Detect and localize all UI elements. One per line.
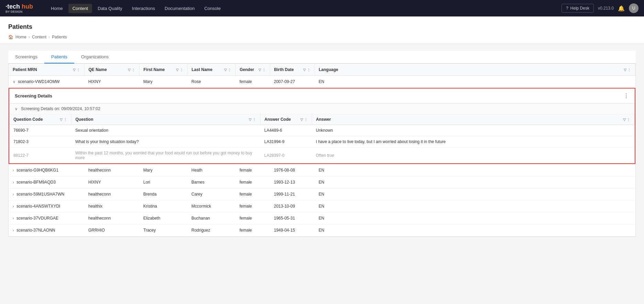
table-row[interactable]: › scenario-BFM9AQD3 HIXNY Lori Barnes fe… xyxy=(9,176,635,188)
version-label: v0.213.0 xyxy=(598,6,614,11)
filter-icon-gender[interactable]: ▽ xyxy=(258,68,261,72)
breadcrumb-current: Patients xyxy=(52,35,67,39)
filter-icon-mrn[interactable]: ▽ xyxy=(73,68,76,72)
gender-cell: female xyxy=(235,200,270,212)
screening-menu-button[interactable]: ⋮ xyxy=(623,93,629,99)
expand-icon[interactable]: › xyxy=(13,204,14,208)
language-cell: EN xyxy=(314,212,635,224)
more-icon-answer[interactable]: ⋮ xyxy=(627,118,630,121)
gender-cell: female xyxy=(235,176,270,188)
question-icon: ? xyxy=(566,6,568,11)
user-avatar[interactable]: U xyxy=(629,3,639,13)
more-icon-mrn[interactable]: ⋮ xyxy=(77,68,80,72)
col-qe-name: QE Name ▽ ⋮ xyxy=(84,64,139,76)
table-row[interactable]: ∨ scenario-VWD14OMW HIXNY Mary Rose fema… xyxy=(9,76,635,88)
breadcrumb-home[interactable]: Home xyxy=(15,35,26,39)
question-cell: Sexual orientation xyxy=(71,125,260,136)
col-answer-code: Answer Code ▽ ⋮ xyxy=(260,114,312,125)
filter-icon-birth[interactable]: ▽ xyxy=(303,68,306,72)
birth-date-cell: 1993-12-13 xyxy=(270,176,314,188)
more-icon-qcode[interactable]: ⋮ xyxy=(64,118,67,121)
breadcrumb-sep-2: › xyxy=(48,35,50,39)
col-gender: Gender ▽ ⋮ xyxy=(235,64,270,76)
collapse-icon[interactable]: ∨ xyxy=(13,80,15,84)
screening-date-label: Screening Details on: 09/09/2024, 10:57:… xyxy=(21,106,100,111)
content-area: Screenings Patients Organizations Patien… xyxy=(0,44,644,244)
more-icon-acode[interactable]: ⋮ xyxy=(304,118,308,121)
answer-code-cell: LA28397-0 xyxy=(260,148,312,164)
expand-icon[interactable]: › xyxy=(13,180,14,184)
table-row[interactable]: › scenario-37VDURGAE healtheconn Elizabe… xyxy=(9,212,635,224)
answer-cell: I have a place to live today, but I am w… xyxy=(312,136,634,148)
screening-title: Screening Details xyxy=(15,93,52,98)
tab-patients[interactable]: Patients xyxy=(44,51,74,63)
filter-icon-acode[interactable]: ▽ xyxy=(300,118,303,121)
question-cell: Within the past 12 months, you worried t… xyxy=(71,148,260,164)
nav-items: Home Content Data Quality Interactions D… xyxy=(47,4,553,13)
table-row[interactable]: › scenario-G9HQB6KG1 healtheconn Mary He… xyxy=(9,164,635,176)
tab-screenings[interactable]: Screenings xyxy=(8,51,44,63)
expand-icon[interactable]: › xyxy=(13,168,14,172)
screening-collapse-icon[interactable]: ∨ xyxy=(15,107,18,111)
nav-content[interactable]: Content xyxy=(68,4,92,13)
filter-icon-first[interactable]: ▽ xyxy=(176,68,179,72)
more-icon-lang[interactable]: ⋮ xyxy=(628,68,631,72)
nav-documentation[interactable]: Documentation xyxy=(160,4,199,13)
last-name-cell: Rose xyxy=(187,76,235,88)
answer-code-cell: LA4489-6 xyxy=(260,125,312,136)
filter-icon-last[interactable]: ▽ xyxy=(224,68,227,72)
filter-icon-qe[interactable]: ▽ xyxy=(128,68,131,72)
last-name-cell: Heath xyxy=(187,164,235,176)
table-row[interactable]: › scenario-37NLAONN GRRHIO Tracey Rodrig… xyxy=(9,224,635,236)
logo-hub: hub xyxy=(22,3,33,10)
table-header-row: Patient MRN ▽ ⋮ QE Name ▽ ⋮ xyxy=(9,64,635,76)
more-icon-birth[interactable]: ⋮ xyxy=(307,68,310,72)
screening-sub-header: ∨ Screening Details on: 09/09/2024, 10:5… xyxy=(9,104,635,114)
language-cell: EN xyxy=(314,176,635,188)
col-first-name: First Name ▽ ⋮ xyxy=(139,64,187,76)
nav-home[interactable]: Home xyxy=(47,4,67,13)
nav-data-quality[interactable]: Data Quality xyxy=(93,4,126,13)
screening-table-row: 76690-7 Sexual orientation LA4489-6 Unkn… xyxy=(9,125,634,136)
patient-mrn-cell: › scenario-37VDURGAE xyxy=(9,212,84,224)
birth-date-cell: 2013-10-09 xyxy=(270,200,314,212)
nav-interactions[interactable]: Interactions xyxy=(128,4,159,13)
help-desk-button[interactable]: ? Help Desk xyxy=(562,4,594,13)
language-cell: EN xyxy=(314,200,635,212)
birth-date-cell: 1949-04-15 xyxy=(270,224,314,236)
filter-icon-qcode[interactable]: ▽ xyxy=(60,118,63,121)
nav-console[interactable]: Console xyxy=(200,4,225,13)
first-name-cell: Elizabeth xyxy=(139,212,187,224)
filter-icon-lang[interactable]: ▽ xyxy=(624,68,626,72)
more-icon-gender[interactable]: ⋮ xyxy=(262,68,266,72)
filter-icon-answer[interactable]: ▽ xyxy=(623,118,626,121)
tab-organizations[interactable]: Organizations xyxy=(74,51,115,63)
more-icon-question[interactable]: ⋮ xyxy=(253,118,256,121)
answer-code-cell: LA31994-9 xyxy=(260,136,312,148)
expand-icon[interactable]: › xyxy=(13,216,14,220)
app-logo[interactable]: ·tech hub BY DESIGN xyxy=(5,3,33,13)
notification-icon[interactable]: 🔔 xyxy=(618,5,625,12)
first-name-cell: Kristina xyxy=(139,200,187,212)
logo-sub: BY DESIGN xyxy=(5,10,33,13)
answer-cell: Often true xyxy=(312,148,634,164)
more-icon-qe[interactable]: ⋮ xyxy=(132,68,135,72)
first-name-cell: Tracey xyxy=(139,224,187,236)
table-row[interactable]: › scenario-4ANSWTXYDI healthix Kristina … xyxy=(9,200,635,212)
birth-date-cell: 1965-05-31 xyxy=(270,212,314,224)
expand-icon[interactable]: › xyxy=(13,228,14,232)
expand-icon[interactable]: › xyxy=(13,192,14,196)
more-icon-last[interactable]: ⋮ xyxy=(228,68,231,72)
col-language: Language ▽ ⋮ xyxy=(314,64,635,76)
more-icon-first[interactable]: ⋮ xyxy=(180,68,183,72)
screening-scroll-area[interactable]: Question Code ▽ ⋮ xyxy=(9,114,635,163)
answer-cell: Unknown xyxy=(312,125,634,136)
filter-icon-question[interactable]: ▽ xyxy=(249,118,252,121)
col-question-code: Question Code ▽ ⋮ xyxy=(9,114,71,125)
col-answer: Answer ▽ ⋮ xyxy=(312,114,634,125)
screening-header: Screening Details ⋮ xyxy=(9,89,635,104)
question-code-cell: 88122-7 xyxy=(9,148,71,164)
table-row[interactable]: › scenario-59M1USHA7WN healtheconn Brend… xyxy=(9,188,635,200)
breadcrumb-content[interactable]: Content xyxy=(32,35,46,39)
question-code-cell: 76690-7 xyxy=(9,125,71,136)
